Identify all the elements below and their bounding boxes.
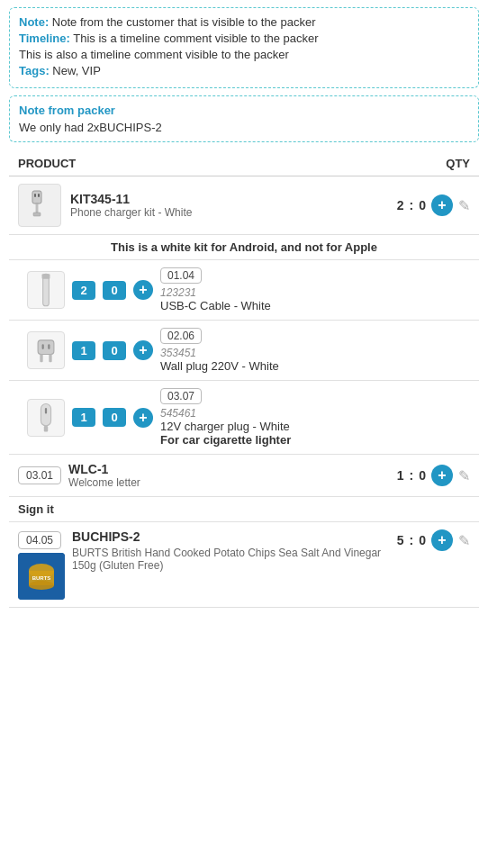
- tags-text: New, VIP: [52, 64, 100, 77]
- svg-rect-11: [48, 344, 50, 349]
- kit-qty-picked: 2: [397, 198, 404, 212]
- buchips-left: 04.05 BURTS: [18, 531, 65, 600]
- sub1-name: USB-C Cable - White: [160, 299, 271, 312]
- sub-item-wallplug: 1 0 + 02.06 353451 Wall plug 220V - Whit…: [9, 321, 479, 381]
- sub2-badge: 02.06: [160, 328, 202, 344]
- buchips-code: BUCHIPS-2: [72, 529, 140, 544]
- wlc-edit-button[interactable]: ✎: [458, 467, 470, 484]
- sub3-name: 12V charger plug - White: [160, 420, 290, 433]
- buchips-badge: 04.05: [18, 531, 61, 549]
- svg-text:BURTS: BURTS: [32, 575, 51, 581]
- customer-info-box: Note: Note from the customer that is vis…: [9, 7, 479, 88]
- wlc-badge: 03.01: [18, 466, 61, 484]
- sub2-qty-picked: 1: [72, 341, 95, 360]
- sub2-plus-button[interactable]: +: [133, 340, 153, 360]
- svg-rect-10: [42, 344, 44, 349]
- svg-rect-13: [44, 425, 48, 431]
- svg-rect-14: [45, 407, 47, 413]
- sub3-info: 03.07 545461 12V charger plug - White Fo…: [160, 388, 470, 447]
- buchips-name: BURTS British Hand Cooked Potato Chips S…: [72, 547, 390, 572]
- buchips-plus-button[interactable]: +: [431, 529, 453, 551]
- svg-rect-8: [40, 354, 42, 362]
- usb-cable-icon: [28, 272, 64, 308]
- buchips-qty: 5 : 0 + ✎: [397, 529, 470, 551]
- timeline-text-2: This is also a timeline comment visible …: [19, 48, 289, 61]
- packer-note-title: Note from packer: [19, 104, 469, 117]
- wlc-info: WLC-1 Welcome letter: [68, 462, 390, 489]
- kit-edit-button[interactable]: ✎: [458, 197, 470, 214]
- note-text: Note from the customer that is visible t…: [52, 15, 316, 29]
- charger-kit-icon: [23, 189, 56, 222]
- sub3-extra-note: For car cigarette lighter: [160, 433, 291, 447]
- kit-product-qty: 2 : 0 + ✎: [397, 194, 470, 216]
- buchips-qty-sep: :: [410, 533, 414, 547]
- svg-rect-12: [41, 403, 50, 425]
- svg-rect-9: [49, 354, 51, 362]
- wlc-qty-total: 0: [419, 468, 426, 483]
- sub3-badge: 03.07: [160, 388, 202, 404]
- wlc-qty-picked: 1: [397, 468, 404, 483]
- svg-rect-0: [32, 191, 41, 203]
- packer-note-text: We only had 2xBUCHIPS-2: [19, 121, 469, 134]
- usb-cable-image: [27, 271, 65, 309]
- sub1-info: 01.04 123231 USB-C Cable - White: [160, 267, 470, 312]
- sub3-qty-total: 0: [103, 408, 126, 427]
- buchips-header: BUCHIPS-2: [72, 529, 390, 544]
- svg-rect-2: [33, 212, 41, 216]
- buchips-info: BUCHIPS-2 BURTS British Hand Cooked Pota…: [72, 529, 390, 572]
- tags-line: Tags: New, VIP: [19, 64, 469, 77]
- packer-note-box: Note from packer We only had 2xBUCHIPS-2: [9, 95, 479, 142]
- kit-product-image: [18, 184, 61, 227]
- svg-rect-6: [42, 274, 50, 279]
- kit-note: This is a white kit for Android, and not…: [9, 235, 479, 260]
- sub1-badge: 01.04: [160, 267, 202, 284]
- note-line: Note: Note from the customer that is vis…: [19, 15, 469, 29]
- car-charger-image: [27, 399, 65, 437]
- sub1-plus-button[interactable]: +: [133, 280, 153, 300]
- product-table: PRODUCT QTY KIT345-11 Phone charger kit …: [9, 151, 479, 608]
- sub1-qty-total: 0: [103, 281, 126, 300]
- sub1-qty-picked: 2: [72, 281, 95, 300]
- sub3-plus-button[interactable]: +: [133, 408, 153, 428]
- buchips-qty-picked: 5: [397, 533, 404, 547]
- timeline-line: Timeline: This is a timeline comment vis…: [19, 32, 469, 45]
- wall-plug-icon: [28, 332, 64, 368]
- col-product-header: PRODUCT: [18, 157, 389, 170]
- kit-plus-button[interactable]: +: [431, 194, 453, 216]
- buchips-edit-button[interactable]: ✎: [458, 532, 470, 549]
- kit-product-row: KIT345-11 Phone charger kit - White 2 : …: [9, 176, 479, 235]
- car-charger-icon: [28, 400, 64, 436]
- sub-item-carcharger: 1 0 + 03.07 545461 12V charger plug - Wh…: [9, 381, 479, 455]
- wlc-code: WLC-1: [68, 462, 390, 476]
- chips-bag-icon: BURTS: [18, 553, 65, 600]
- sub2-name: Wall plug 220V - White: [160, 359, 279, 373]
- buchips-product-row: 04.05 BURTS BUCHIPS-2 BURTS British Hand…: [9, 522, 479, 608]
- svg-rect-4: [38, 194, 40, 197]
- tags-label: Tags:: [19, 64, 50, 77]
- wlc-plus-button[interactable]: +: [431, 465, 453, 486]
- timeline-label: Timeline:: [19, 32, 70, 45]
- buchips-qty-total: 0: [419, 533, 426, 547]
- svg-rect-1: [36, 203, 38, 212]
- wlc-qty: 1 : 0 + ✎: [397, 465, 470, 486]
- buchips-image: BURTS: [18, 553, 65, 600]
- sub3-code: 545461: [160, 407, 196, 420]
- sub-item-usbc: 2 0 + 01.04 123231 USB-C Cable - White: [9, 260, 479, 321]
- kit-product-name: Phone charger kit - White: [70, 206, 397, 219]
- sign-it-note: Sign it: [9, 497, 479, 522]
- timeline-text: This is a timeline comment visible to th…: [73, 32, 318, 45]
- note-label: Note:: [19, 15, 49, 29]
- kit-product-code: KIT345-11: [70, 192, 397, 206]
- wall-plug-image: [27, 331, 65, 369]
- table-header: PRODUCT QTY: [9, 151, 479, 176]
- kit-qty-sep: :: [410, 198, 414, 212]
- svg-point-18: [29, 581, 54, 590]
- sub1-code: 123231: [160, 286, 196, 299]
- wlc-product-row: 03.01 WLC-1 Welcome letter 1 : 0 + ✎: [9, 455, 479, 497]
- kit-product-info: KIT345-11 Phone charger kit - White: [70, 192, 397, 219]
- kit-qty-total: 0: [419, 198, 426, 212]
- sub3-qty-picked: 1: [72, 408, 95, 427]
- wlc-qty-sep: :: [410, 468, 414, 483]
- sub2-qty-total: 0: [103, 341, 126, 360]
- svg-rect-3: [34, 194, 36, 197]
